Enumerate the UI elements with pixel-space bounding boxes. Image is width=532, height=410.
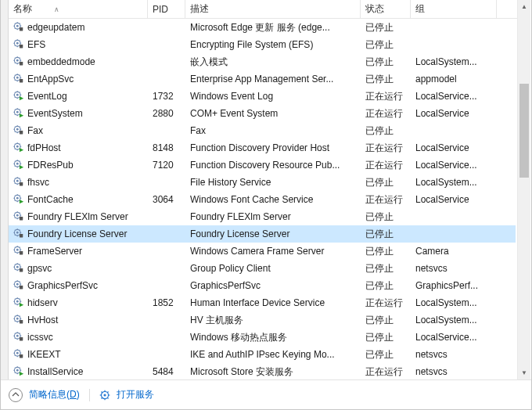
- service-name-label: embeddedmode: [27, 56, 95, 67]
- cell-group: LocalService: [411, 108, 497, 119]
- scroll-down-button[interactable]: ▼: [518, 366, 530, 379]
- service-name-label: Foundry FLEXlm Server: [27, 211, 128, 222]
- svg-point-34: [16, 77, 19, 79]
- cell-pid: 5484: [148, 366, 185, 377]
- cell-name: EFS: [9, 39, 148, 50]
- cell-group: LocalSystem...: [411, 315, 497, 325]
- table-row[interactable]: Foundry License ServerFoundry License Se…: [9, 225, 516, 243]
- service-stopped-icon: [13, 211, 24, 222]
- open-services-link[interactable]: 打开服务: [117, 388, 154, 401]
- scroll-up-button[interactable]: ▲: [518, 0, 530, 13]
- svg-line-53: [20, 92, 20, 93]
- svg-line-96: [15, 166, 16, 167]
- svg-point-111: [16, 197, 19, 200]
- svg-line-6: [15, 23, 16, 24]
- cell-desc: Foundry FLEXlm Server: [185, 211, 361, 222]
- svg-line-19: [15, 45, 16, 46]
- table-row[interactable]: embeddedmode嵌入模式已停止LocalSystem...: [9, 53, 516, 70]
- table-row[interactable]: FontCache3064Windows Font Cache Service正…: [9, 191, 516, 208]
- table-row[interactable]: EntAppSvcEnterprise App Management Ser..…: [9, 70, 516, 88]
- table-row[interactable]: icssvcWindows 移动热点服务已停止LocalService...: [9, 329, 516, 346]
- table-row[interactable]: EFSEncrypting File System (EFS)已停止: [9, 36, 516, 53]
- col-header-status[interactable]: 状态: [361, 0, 411, 18]
- cell-pid: 2880: [148, 108, 185, 119]
- svg-point-133: [16, 232, 19, 234]
- table-row[interactable]: InstallService5484Microsoft Store 安装服务正在…: [9, 363, 516, 379]
- table-row[interactable]: EventLog1732Windows Event Log正在运行LocalSe…: [9, 88, 516, 105]
- svg-line-86: [20, 144, 20, 145]
- service-name-label: GraphicsPerfSvc: [27, 280, 98, 291]
- table-row[interactable]: GraphicsPerfSvcGraphicsPerfSvc已停止Graphic…: [9, 277, 516, 294]
- cell-name: HvHost: [9, 315, 148, 325]
- scroll-track[interactable]: [518, 13, 530, 366]
- service-running-icon: [13, 108, 24, 119]
- service-name-label: hidserv: [27, 297, 58, 308]
- svg-line-116: [15, 196, 16, 196]
- svg-rect-43: [20, 79, 23, 82]
- table-row[interactable]: EventSystem2880COM+ Event System正在运行Loca…: [9, 105, 516, 122]
- cell-desc: GraphicsPerfSvc: [185, 280, 361, 291]
- cell-status: 已停止: [361, 228, 411, 241]
- table-row[interactable]: IKEEXTIKE and AuthIP IPsec Keying Mo...已…: [9, 346, 516, 363]
- svg-line-31: [20, 58, 20, 59]
- col-header-pid[interactable]: PID: [148, 0, 185, 18]
- svg-line-240: [107, 391, 108, 392]
- svg-rect-164: [20, 268, 23, 272]
- svg-rect-208: [20, 337, 23, 340]
- cell-desc: Microsoft Edge 更新 服务 (edge...: [185, 21, 361, 34]
- cell-group: LocalService: [411, 194, 497, 205]
- brief-info-link[interactable]: 简略信息(D): [29, 388, 80, 401]
- table-row[interactable]: Foundry FLEXlm ServerFoundry FLEXlm Serv…: [9, 208, 516, 225]
- cell-status: 已停止: [361, 73, 411, 86]
- col-header-desc[interactable]: 描述: [185, 0, 361, 18]
- table-row[interactable]: fdPHost8148Function Discovery Provider H…: [9, 139, 516, 156]
- table-row[interactable]: FrameServerWindows Camera Frame Server已停…: [9, 243, 516, 260]
- cell-desc: Human Interface Device Service: [185, 297, 361, 308]
- svg-line-238: [107, 397, 108, 398]
- collapse-icon[interactable]: [9, 388, 23, 402]
- cell-desc: Windows 移动热点服务: [185, 331, 361, 344]
- cell-pid: 8148: [148, 142, 185, 153]
- svg-line-129: [15, 218, 16, 218]
- table-row[interactable]: edgeupdatem Microsoft Edge 更新 服务 (edge..…: [9, 19, 516, 36]
- cell-group: netsvcs: [411, 349, 497, 360]
- svg-line-118: [15, 200, 16, 201]
- svg-line-28: [15, 58, 16, 59]
- table-row[interactable]: FDResPub7120Function Discovery Resource …: [9, 156, 516, 174]
- table-row[interactable]: hidserv1852Human Interface Device Servic…: [9, 294, 516, 311]
- col-header-group[interactable]: 组: [411, 0, 497, 18]
- col-header-name-label: 名称: [13, 2, 32, 16]
- services-panel: 名称 ∧ PID 描述 状态 组 edgeupdatem Microsoft E…: [0, 0, 532, 410]
- svg-line-52: [15, 97, 16, 98]
- service-name-label: HvHost: [27, 315, 58, 325]
- vertical-scrollbar[interactable]: ▲ ▼: [517, 0, 530, 379]
- svg-point-177: [16, 300, 19, 303]
- svg-line-204: [15, 333, 16, 334]
- svg-line-108: [20, 178, 20, 179]
- table-row[interactable]: fhsvcFile History Service已停止LocalSystem.…: [9, 174, 516, 191]
- service-running-icon: [13, 160, 24, 171]
- svg-line-207: [20, 333, 20, 334]
- cell-status: 正在运行: [361, 297, 411, 310]
- table-row[interactable]: gpsvcGroup Policy Client已停止netsvcs: [9, 260, 516, 277]
- svg-line-228: [15, 372, 16, 373]
- svg-line-39: [15, 75, 16, 76]
- svg-marker-54: [20, 96, 23, 100]
- svg-line-206: [15, 338, 16, 339]
- cell-name: IKEEXT: [9, 349, 148, 360]
- table-body: edgeupdatem Microsoft Edge 更新 服务 (edge..…: [9, 19, 516, 379]
- cell-group: netsvcs: [411, 366, 497, 377]
- cell-name: gpsvc: [9, 263, 148, 274]
- svg-line-140: [15, 235, 16, 236]
- cell-group: LocalSystem...: [411, 177, 497, 188]
- svg-line-83: [15, 144, 16, 145]
- service-name-label: Foundry License Server: [27, 228, 127, 239]
- table-row[interactable]: HvHostHV 主机服务已停止LocalSystem...: [9, 311, 516, 329]
- scroll-thumb[interactable]: [519, 84, 529, 178]
- services-table: 名称 ∧ PID 描述 状态 组 edgeupdatem Microsoft E…: [9, 0, 530, 379]
- svg-line-215: [15, 351, 16, 351]
- table-row[interactable]: FaxFax已停止: [9, 122, 516, 139]
- svg-line-61: [15, 110, 16, 110]
- col-header-name[interactable]: 名称 ∧: [9, 0, 148, 18]
- svg-line-229: [20, 368, 20, 369]
